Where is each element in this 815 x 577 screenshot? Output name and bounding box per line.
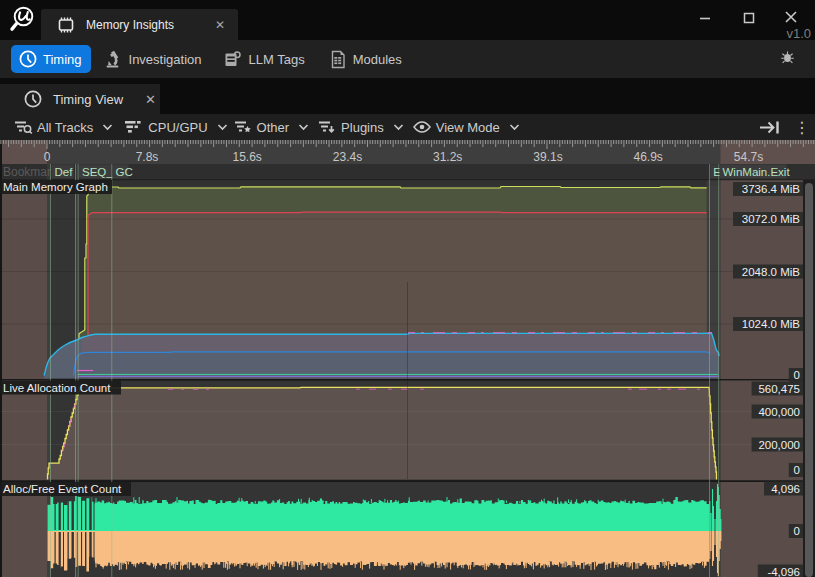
svg-text:Main Memory Graph: Main Memory Graph — [3, 181, 108, 193]
svg-text:0: 0 — [44, 150, 51, 164]
svg-text:560,475: 560,475 — [758, 383, 800, 395]
svg-text:23.4s: 23.4s — [333, 150, 362, 164]
svg-text:-4,096: -4,096 — [767, 566, 800, 577]
svg-text:Live Allocation Count: Live Allocation Count — [3, 382, 111, 394]
svg-text:4,096: 4,096 — [771, 483, 800, 495]
svg-text:39.1s: 39.1s — [533, 150, 562, 164]
svg-text:46.9s: 46.9s — [634, 150, 663, 164]
svg-text:SEQ_: SEQ_ — [82, 166, 113, 178]
svg-text:Bookmar: Bookmar — [3, 165, 51, 179]
svg-text:3736.4 MiB: 3736.4 MiB — [742, 183, 801, 195]
svg-text:0: 0 — [794, 464, 800, 476]
svg-text:15.6s: 15.6s — [233, 150, 262, 164]
svg-text:200,000: 200,000 — [758, 439, 800, 451]
svg-text:2048.0 MiB: 2048.0 MiB — [742, 266, 801, 278]
svg-text:WinMain.Exit: WinMain.Exit — [723, 166, 791, 178]
svg-text:3072.0 MiB: 3072.0 MiB — [742, 213, 801, 225]
svg-text:GC: GC — [116, 166, 133, 178]
svg-text:7.8s: 7.8s — [136, 150, 159, 164]
svg-text:0: 0 — [794, 525, 800, 537]
svg-text:1024.0 MiB: 1024.0 MiB — [742, 318, 801, 330]
svg-text:31.2s: 31.2s — [433, 150, 462, 164]
svg-text:54.7s: 54.7s — [734, 150, 763, 164]
svg-text:Def: Def — [55, 166, 74, 178]
svg-text:0: 0 — [794, 369, 800, 381]
svg-text:Alloc/Free Event Count: Alloc/Free Event Count — [3, 483, 122, 495]
svg-text:400,000: 400,000 — [758, 406, 800, 418]
